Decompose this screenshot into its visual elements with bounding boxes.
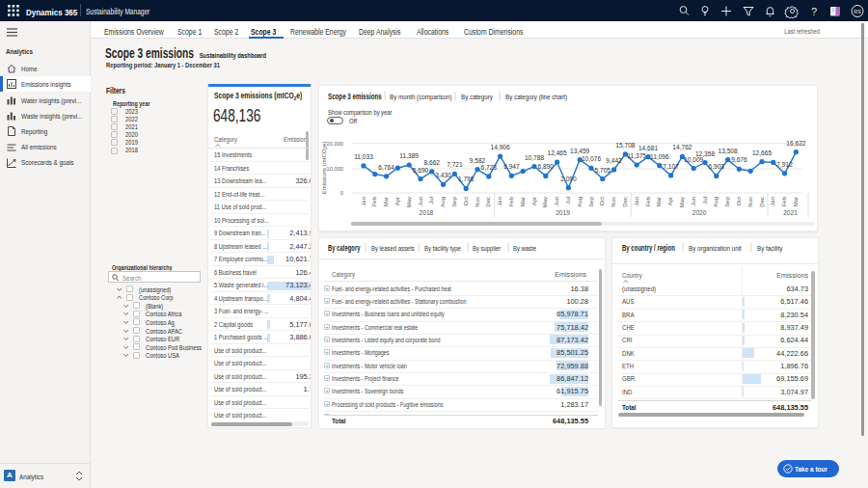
svg-text:6,723: 6,723 (481, 164, 498, 171)
svg-text:Jan: Jan (497, 197, 502, 206)
svg-text:14,906: 14,906 (491, 144, 511, 150)
svg-text:12,665: 12,665 (752, 149, 773, 156)
svg-text:Jul: Jul (702, 197, 708, 204)
svg-text:Feb: Feb (781, 196, 787, 206)
svg-text:8,662: 8,662 (424, 159, 441, 166)
svg-text:6,890: 6,890 (538, 163, 555, 170)
svg-text:Nov: Nov (475, 197, 480, 207)
svg-text:3,430: 3,430 (435, 172, 451, 178)
svg-text:Feb: Feb (645, 196, 651, 206)
svg-text:6,903: 6,903 (709, 163, 725, 170)
svg-text:Feb: Feb (508, 196, 514, 206)
svg-text:Sep: Sep (451, 196, 457, 206)
svg-text:11,096: 11,096 (650, 153, 669, 160)
svg-text:7,912: 7,912 (776, 161, 793, 168)
svg-text:Aug: Aug (713, 197, 719, 207)
svg-text:11,033: 11,033 (354, 153, 373, 160)
svg-text:12,358: 12,358 (695, 150, 716, 157)
svg-text:Feb: Feb (371, 196, 377, 206)
svg-text:Apr: Apr (394, 197, 400, 205)
svg-text:1,798: 1,798 (458, 176, 475, 182)
svg-text:?: ? (811, 6, 817, 17)
svg-text:2018: 2018 (420, 209, 434, 216)
svg-text:Jan: Jan (361, 197, 366, 206)
svg-text:Sep: Sep (724, 196, 730, 206)
svg-text:Jun: Jun (418, 197, 423, 206)
svg-text:6,947: 6,947 (503, 163, 520, 170)
svg-text:20,000: 20,000 (327, 141, 343, 147)
svg-text:Mar: Mar (656, 197, 662, 206)
svg-text:10,009: 10,009 (684, 156, 704, 163)
svg-text:Dec: Dec (485, 197, 491, 207)
svg-text:RS: RS (854, 9, 861, 14)
svg-text:Aug: Aug (577, 197, 583, 207)
svg-text:Aug: Aug (440, 197, 446, 207)
svg-text:9,582: 9,582 (470, 157, 486, 164)
svg-text:Mar: Mar (793, 197, 799, 206)
svg-text:10,788: 10,788 (525, 154, 545, 161)
svg-text:2019: 2019 (556, 209, 570, 216)
svg-text:Oct: Oct (736, 197, 742, 206)
svg-text:Sep: Sep (588, 196, 594, 206)
svg-text:Oct: Oct (599, 197, 605, 206)
svg-text:2020: 2020 (692, 209, 707, 216)
svg-text:14,762: 14,762 (672, 144, 692, 150)
svg-text:Jan: Jan (770, 197, 775, 206)
svg-text:Jun: Jun (554, 197, 559, 206)
svg-text:9,442: 9,442 (606, 157, 622, 164)
svg-text:11,375: 11,375 (627, 152, 646, 159)
svg-text:11,389: 11,389 (399, 152, 419, 159)
svg-text:0: 0 (340, 190, 343, 196)
svg-text:5,690: 5,690 (413, 167, 429, 174)
svg-text:May: May (406, 197, 412, 207)
svg-text:7,721: 7,721 (447, 161, 463, 168)
svg-text:15,708: 15,708 (615, 142, 636, 149)
svg-text:Dec: Dec (622, 197, 628, 207)
svg-text:2021: 2021 (783, 209, 798, 216)
svg-text:5,705: 5,705 (595, 167, 611, 174)
svg-text:7,107: 7,107 (663, 163, 679, 170)
svg-text:Jul: Jul (565, 197, 571, 204)
svg-text:Apr: Apr (667, 197, 673, 205)
svg-text:Jun: Jun (691, 197, 696, 206)
svg-text:Oct: Oct (463, 197, 469, 206)
svg-text:Jul: Jul (428, 197, 434, 204)
svg-text:Mar: Mar (383, 197, 389, 206)
svg-text:Apr: Apr (531, 197, 537, 205)
svg-text:May: May (679, 197, 685, 207)
svg-text:2,090: 2,090 (560, 176, 577, 182)
svg-text:12,465: 12,465 (548, 149, 568, 156)
svg-text:Nov: Nov (610, 197, 616, 207)
svg-text:13,508: 13,508 (719, 148, 739, 154)
svg-text:10,076: 10,076 (582, 155, 602, 162)
svg-text:14,681: 14,681 (638, 145, 659, 151)
svg-text:May: May (542, 197, 548, 207)
svg-text:16,622: 16,622 (786, 140, 806, 147)
svg-text:9,676: 9,676 (731, 156, 747, 163)
svg-text:Nov: Nov (747, 197, 753, 207)
svg-text:Mar: Mar (520, 197, 526, 206)
svg-text:Dec: Dec (759, 197, 765, 207)
svg-text:13,459: 13,459 (570, 148, 590, 154)
svg-text:6,764: 6,764 (378, 164, 394, 171)
svg-text:10,000: 10,000 (327, 166, 343, 172)
svg-text:Jan: Jan (634, 197, 639, 206)
